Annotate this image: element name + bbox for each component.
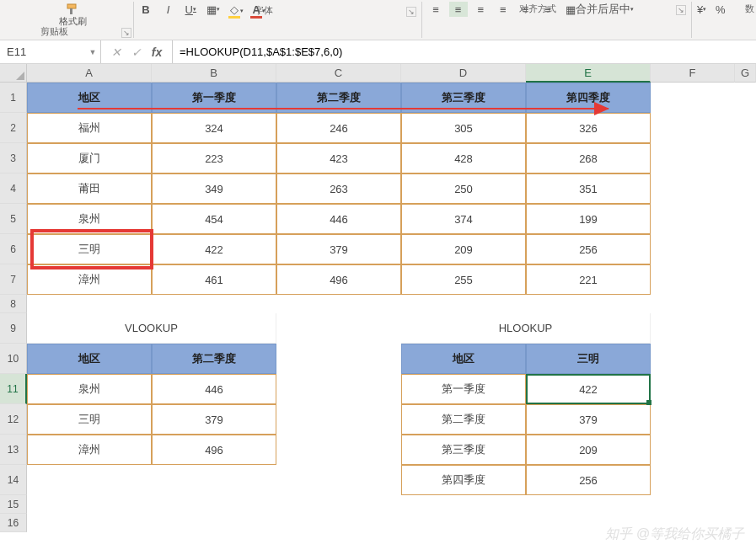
- cell[interactable]: 496: [276, 264, 401, 295]
- name-box[interactable]: ▼: [0, 40, 101, 63]
- col-header-F[interactable]: F: [651, 64, 735, 83]
- row-header-3[interactable]: 3: [0, 143, 27, 173]
- border-button[interactable]: ▦▾: [204, 2, 223, 17]
- cell[interactable]: 第二季度: [152, 344, 276, 374]
- cell[interactable]: 256: [526, 465, 651, 495]
- cell[interactable]: 461: [152, 264, 276, 295]
- align-middle-button[interactable]: ≡: [449, 2, 468, 17]
- bold-button[interactable]: B: [137, 2, 155, 17]
- cell[interactable]: 209: [526, 435, 651, 465]
- cell[interactable]: 446: [276, 204, 401, 234]
- number-format-button[interactable]: ¥ ▾: [696, 2, 707, 17]
- row-header-9[interactable]: 9: [0, 313, 27, 344]
- underline-button[interactable]: U▾: [181, 2, 200, 17]
- align-left-button[interactable]: ≡: [494, 2, 512, 17]
- cell[interactable]: 250: [401, 173, 526, 204]
- cell[interactable]: 第三季度: [401, 435, 526, 465]
- cell[interactable]: 地区: [401, 344, 526, 374]
- fx-icon[interactable]: fx: [147, 45, 167, 59]
- cell[interactable]: 268: [526, 143, 651, 173]
- cell[interactable]: 379: [526, 404, 651, 435]
- col-header-C[interactable]: C: [276, 64, 401, 83]
- cell[interactable]: 374: [401, 204, 526, 234]
- cell[interactable]: 246: [276, 113, 401, 143]
- cell[interactable]: 379: [276, 234, 401, 264]
- col-header-D[interactable]: D: [401, 64, 526, 83]
- align-bottom-button[interactable]: ≡: [471, 2, 490, 17]
- col-header-E[interactable]: E: [526, 64, 651, 83]
- row-header-7[interactable]: 7: [0, 264, 27, 295]
- cell[interactable]: 326: [526, 113, 651, 143]
- col-header-B[interactable]: B: [152, 64, 276, 83]
- name-box-dropdown[interactable]: ▼: [85, 48, 100, 56]
- cell[interactable]: 三明: [526, 344, 651, 374]
- col-header-A[interactable]: A: [27, 64, 152, 83]
- col-header-G[interactable]: G: [735, 64, 756, 83]
- cell[interactable]: 428: [401, 143, 526, 173]
- cell[interactable]: 199: [526, 204, 651, 234]
- cell[interactable]: 423: [276, 143, 401, 173]
- cell[interactable]: 263: [276, 173, 401, 204]
- row-header-10[interactable]: 10: [0, 344, 27, 374]
- align-top-button[interactable]: ≡: [426, 2, 445, 17]
- cell[interactable]: 第三季度: [401, 83, 526, 113]
- font-dialog-launcher[interactable]: ↘: [406, 7, 416, 17]
- merge-center-button[interactable]: ▦ 合并后居中 ▾: [561, 2, 638, 17]
- cell[interactable]: 福州: [27, 113, 152, 143]
- cell[interactable]: 第一季度: [152, 83, 276, 113]
- cell[interactable]: 223: [152, 143, 276, 173]
- row-header-2[interactable]: 2: [0, 113, 27, 143]
- cell[interactable]: 莆田: [27, 173, 152, 204]
- fill-color-button[interactable]: ◇▾: [227, 3, 245, 19]
- cell[interactable]: 305: [401, 113, 526, 143]
- align-dialog-launcher[interactable]: ↘: [676, 5, 686, 15]
- column-headers[interactable]: ABCDEFG: [27, 64, 756, 83]
- cell[interactable]: 第二季度: [401, 404, 526, 435]
- percent-button[interactable]: %: [711, 2, 730, 17]
- cell[interactable]: 446: [152, 374, 276, 404]
- cell[interactable]: 221: [526, 264, 651, 295]
- cell[interactable]: 422: [526, 374, 651, 404]
- cell[interactable]: 漳州: [27, 435, 152, 465]
- cell[interactable]: 324: [152, 113, 276, 143]
- row-header-13[interactable]: 13: [0, 435, 27, 465]
- clipboard-dialog-launcher[interactable]: ↘: [121, 28, 131, 38]
- cell[interactable]: 漳州: [27, 264, 152, 295]
- row-header-8[interactable]: 8: [0, 295, 27, 313]
- cell[interactable]: 349: [152, 173, 276, 204]
- cell[interactable]: 三明: [27, 404, 152, 435]
- formula-input[interactable]: [173, 40, 756, 63]
- row-header-1[interactable]: 1: [0, 83, 27, 113]
- cell[interactable]: 第一季度: [401, 374, 526, 404]
- cell[interactable]: 454: [152, 204, 276, 234]
- cell[interactable]: 地区: [27, 344, 152, 374]
- cell[interactable]: 379: [152, 404, 276, 435]
- row-header-12[interactable]: 12: [0, 404, 27, 435]
- row-header-4[interactable]: 4: [0, 173, 27, 204]
- cell[interactable]: 三明: [27, 234, 152, 264]
- cell[interactable]: 第二季度: [276, 83, 401, 113]
- cell[interactable]: 209: [401, 234, 526, 264]
- cell[interactable]: 泉州: [27, 204, 152, 234]
- cell[interactable]: 422: [152, 234, 276, 264]
- cell[interactable]: 第四季度: [401, 465, 526, 495]
- cell[interactable]: 泉州: [27, 374, 152, 404]
- row-header-15[interactable]: 15: [0, 495, 27, 514]
- spreadsheet-grid[interactable]: ABCDEFG 12345678910111213141516 地区第一季度第二…: [0, 64, 756, 555]
- row-header-5[interactable]: 5: [0, 204, 27, 234]
- row-headers[interactable]: 12345678910111213141516: [0, 83, 27, 532]
- select-all-button[interactable]: [0, 64, 27, 83]
- cell[interactable]: 地区: [27, 83, 152, 113]
- cell[interactable]: 255: [401, 264, 526, 295]
- row-header-14[interactable]: 14: [0, 465, 27, 495]
- cell[interactable]: 351: [526, 173, 651, 204]
- italic-button[interactable]: I: [159, 2, 178, 17]
- cell[interactable]: 第四季度: [526, 83, 651, 113]
- row-header-6[interactable]: 6: [0, 234, 27, 264]
- cell[interactable]: 256: [526, 234, 651, 264]
- cell[interactable]: 厦门: [27, 143, 152, 173]
- row-header-11[interactable]: 11: [0, 374, 27, 404]
- row-header-16[interactable]: 16: [0, 514, 27, 532]
- name-box-input[interactable]: [0, 45, 85, 58]
- cancel-icon[interactable]: ✕: [106, 45, 126, 59]
